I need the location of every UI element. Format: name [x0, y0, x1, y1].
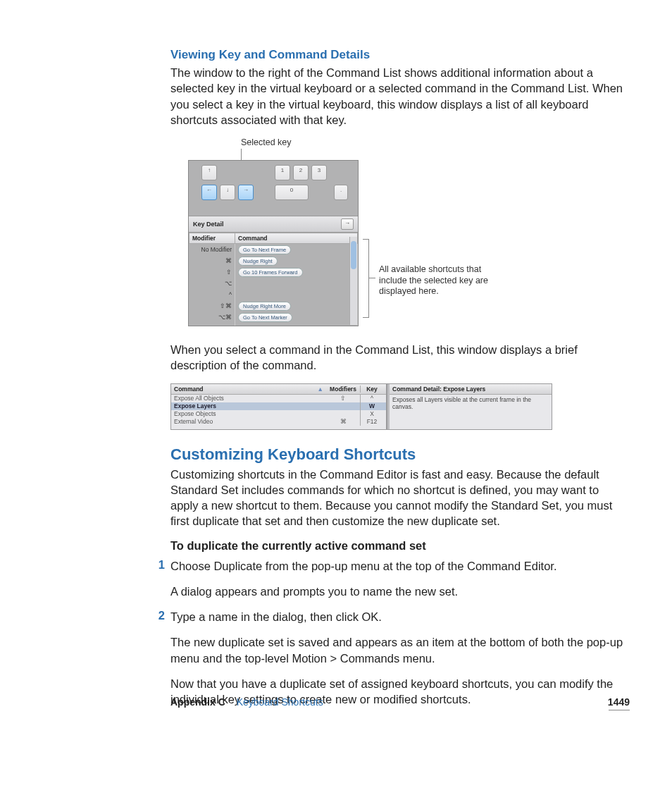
- col-modifier[interactable]: Modifier: [189, 233, 235, 244]
- cmd-mod: ⌘: [326, 418, 360, 426]
- key-detail-arrow-button[interactable]: →: [341, 218, 354, 230]
- cmd-key: ^: [360, 395, 383, 402]
- cmd-key: X: [360, 410, 383, 418]
- page-footer: Appendix C Keyboard Shortcuts 1449: [170, 696, 630, 708]
- figure-command-detail: Command ▲ Modifiers Key Expose All Objec…: [170, 383, 552, 430]
- cmd-key: F12: [360, 418, 383, 426]
- mod-cell: ^: [189, 289, 235, 300]
- key-detail-header: Key Detail →: [189, 216, 358, 233]
- mod-cell: ⌥⌘: [189, 312, 235, 323]
- step-1-text: Choose Duplicate from the pop-up menu at…: [170, 558, 628, 574]
- mod-cell: ^⌘: [189, 323, 235, 326]
- para-customizing-1: Customizing shortcuts in the Command Edi…: [170, 467, 628, 529]
- step-number: 2: [155, 609, 170, 717]
- col-modifiers[interactable]: Modifiers: [326, 386, 360, 393]
- step-2-after-1: The new duplicate set is saved and appea…: [170, 634, 628, 666]
- footer-rule: [609, 710, 630, 710]
- command-list-panel: Command ▲ Modifiers Key Expose All Objec…: [171, 384, 387, 429]
- cmd-name: External Video: [174, 418, 326, 426]
- col-command[interactable]: Command: [235, 233, 358, 244]
- cmd-pill[interactable]: Go To Next Frame: [238, 245, 291, 254]
- callout-bracket-line: [368, 278, 375, 278]
- command-detail-header: Command Detail: Expose Layers: [390, 384, 552, 395]
- section-title-viewing: Viewing Key and Command Details: [170, 48, 628, 62]
- col-key[interactable]: Key: [360, 386, 383, 393]
- para-viewing-2: When you select a command in the Command…: [170, 342, 628, 374]
- figure-key-detail: Selected key ↑ 1 2 3 ← ↓ → 0 . Key: [170, 137, 628, 328]
- content-column: Viewing Key and Command Details The wind…: [170, 48, 628, 717]
- cmd-mod: [326, 402, 360, 410]
- cmd-mod: [326, 410, 360, 418]
- command-list-header: Command ▲ Modifiers Key: [171, 384, 386, 395]
- cmd-pill[interactable]: Nudge Right: [238, 257, 278, 266]
- key-right-selected[interactable]: →: [238, 185, 254, 200]
- step-1: 1 Choose Duplicate from the pop-up menu …: [155, 558, 628, 610]
- cmd-mod: ⇧: [326, 395, 360, 402]
- cmd-pill[interactable]: Go 10 Frames Forward: [238, 268, 303, 277]
- cmd-key: W: [360, 402, 383, 410]
- key-detail-title: Key Detail: [193, 221, 224, 228]
- virtual-keyboard-fragment: ↑ 1 2 3 ← ↓ → 0 .: [189, 161, 358, 216]
- page: Viewing Key and Command Details The wind…: [0, 0, 672, 746]
- col-command[interactable]: Command: [174, 386, 318, 393]
- cmd-pill[interactable]: Nudge Right More: [238, 302, 291, 311]
- scrollbar[interactable]: [349, 237, 357, 325]
- para-viewing-1: The window to the right of the Command L…: [170, 65, 628, 128]
- footer-appendix: Appendix C: [170, 696, 225, 708]
- command-row-selected[interactable]: Expose Layers W: [171, 402, 386, 410]
- key-detail-panel: ↑ 1 2 3 ← ↓ → 0 . Key Detail →: [188, 160, 359, 326]
- cmd-pill[interactable]: Go To Next Marker: [238, 313, 292, 322]
- cmd-name: Expose All Objects: [174, 395, 326, 402]
- callout-shortcuts-caption: All available shortcuts that include the…: [379, 264, 499, 297]
- sort-indicator-icon[interactable]: ▲: [318, 386, 323, 393]
- mod-cell: No Modifier: [189, 244, 235, 256]
- cmd-name: Expose Layers: [174, 402, 326, 410]
- callout-selected-key: Selected key: [241, 137, 292, 147]
- callout-bracket: [363, 239, 369, 318]
- command-row[interactable]: Expose Objects X: [171, 410, 386, 418]
- key-detail-table: Modifier Command No ModifierGo To Next F…: [189, 233, 358, 326]
- footer-chapter: Keyboard Shortcuts: [237, 696, 323, 708]
- mod-cell: ⌥: [189, 278, 235, 289]
- key-1[interactable]: 1: [275, 165, 290, 180]
- key-0[interactable]: 0: [275, 185, 309, 200]
- mod-cell: ⌘: [189, 255, 235, 266]
- step-number: 1: [155, 558, 170, 610]
- key-down[interactable]: ↓: [220, 185, 235, 200]
- command-detail-body: Exposes all Layers visible at the curren…: [390, 395, 552, 412]
- mod-cell: ⇧: [189, 266, 235, 278]
- section-title-customizing: Customizing Keyboard Shortcuts: [170, 445, 628, 464]
- command-row[interactable]: Expose All Objects ⇧ ^: [171, 395, 386, 402]
- command-detail-panel: Command Detail: Expose Layers Exposes al…: [390, 384, 552, 429]
- step-2-text: Type a name in the dialog, then click OK…: [170, 609, 628, 624]
- steps-heading: To duplicate the currently active comman…: [170, 539, 628, 553]
- footer-left: Appendix C Keyboard Shortcuts: [170, 696, 323, 708]
- scrollbar-thumb[interactable]: [351, 241, 356, 269]
- footer-page-number: 1449: [608, 696, 630, 708]
- key-left[interactable]: ←: [201, 185, 217, 200]
- key-dot[interactable]: .: [334, 185, 348, 200]
- mod-cell: ⇧⌘: [189, 300, 235, 312]
- key-up[interactable]: ↑: [201, 165, 217, 180]
- cmd-name: Expose Objects: [174, 410, 326, 418]
- command-row[interactable]: External Video ⌘ F12: [171, 418, 386, 426]
- step-1-after: A dialog appears and prompts you to name…: [170, 584, 628, 599]
- key-3[interactable]: 3: [311, 165, 327, 180]
- key-2[interactable]: 2: [293, 165, 309, 180]
